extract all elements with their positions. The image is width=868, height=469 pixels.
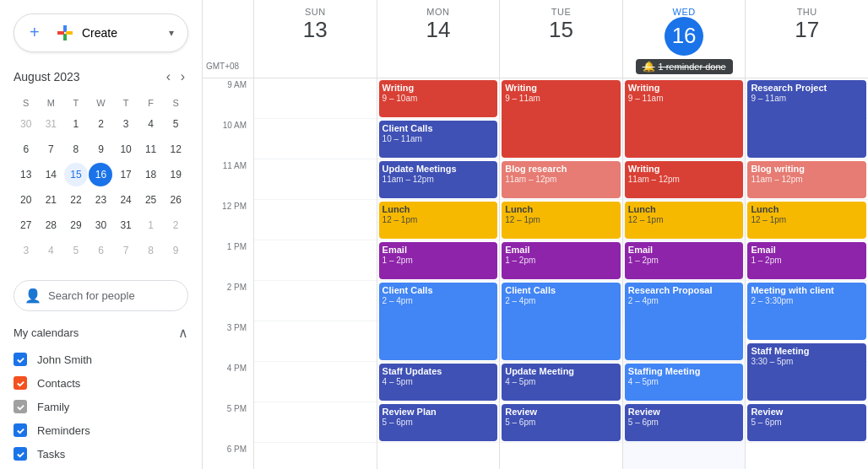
svg-rect-2 (63, 34, 67, 40)
event-tue-review[interactable]: Review 5 – 6pm (502, 404, 621, 441)
mini-cal-day[interactable]: 11 (139, 137, 163, 161)
mini-cal-day[interactable]: 6 (14, 137, 38, 161)
dow-wed: W (89, 94, 114, 111)
mini-cal-day[interactable]: 5 (164, 112, 187, 136)
mini-cal-day[interactable]: 19 (164, 163, 187, 186)
day-header-wed: WED 16 🔔 1 reminder done (622, 0, 746, 78)
event-tue-writing[interactable]: Writing 9 – 11am (502, 80, 621, 158)
reminder-badge-text: 1 reminder done (659, 62, 726, 72)
event-tue-client-calls[interactable]: Client Calls 2 – 4pm (502, 283, 621, 360)
prev-month-button[interactable]: ‹ (163, 66, 174, 88)
calendar-family[interactable]: Family (14, 395, 188, 418)
mini-cal-today[interactable]: 16 (89, 163, 112, 186)
event-thu-blog-writing[interactable]: Blog writing 11am – 12pm (747, 161, 866, 198)
event-wed-email[interactable]: Email 1 – 2pm (625, 242, 744, 279)
mini-cal-day[interactable]: 1 (139, 213, 163, 237)
mini-cal-day[interactable]: 30 (14, 112, 38, 136)
day-num-tue: 15 (500, 17, 622, 43)
day-header-mon: MON 14 (377, 0, 500, 78)
mini-cal-day[interactable]: 8 (139, 239, 163, 262)
mini-cal-day[interactable]: 26 (164, 188, 187, 212)
mini-cal-day[interactable]: 18 (139, 163, 163, 186)
event-tue-email[interactable]: Email 1 – 2pm (502, 242, 621, 279)
mini-cal-day[interactable]: 6 (89, 239, 112, 262)
mini-cal-day[interactable]: 4 (139, 112, 163, 136)
event-wed-review[interactable]: Review 5 – 6pm (625, 404, 744, 441)
event-thu-review[interactable]: Review 5 – 6pm (747, 404, 866, 441)
mini-cal-day[interactable]: 5 (64, 239, 88, 262)
mini-cal-day[interactable]: 7 (39, 137, 62, 161)
event-mon-staff-updates[interactable]: Staff Updates 4 – 5pm (379, 364, 498, 401)
mini-cal-day[interactable]: 23 (89, 188, 112, 212)
calendar-reminders[interactable]: Reminders (14, 418, 188, 442)
mini-cal-day[interactable]: 17 (114, 163, 138, 186)
mini-cal-day[interactable]: 4 (39, 239, 62, 262)
create-button[interactable]: + Create ▾ (14, 13, 188, 52)
mini-cal-day[interactable]: 22 (64, 188, 88, 212)
reminder-badge[interactable]: 🔔 1 reminder done (636, 59, 733, 74)
event-mon-client-calls2[interactable]: Client Calls 2 – 4pm (379, 283, 498, 360)
event-mon-review-plan[interactable]: Review Plan 5 – 6pm (379, 404, 498, 441)
mini-cal-day[interactable]: 7 (114, 239, 138, 262)
time-4pm: 4 PM (203, 362, 253, 402)
mini-cal-day[interactable]: 24 (114, 188, 138, 212)
dow-mon: M (39, 94, 64, 111)
calendar-grid-container[interactable]: 9 AM 10 AM 11 AM 12 PM 1 PM 2 PM 3 PM 4 … (203, 78, 868, 469)
mini-cal-day[interactable]: 9 (164, 239, 187, 262)
mini-cal-day[interactable]: 15 (64, 163, 88, 186)
mini-cal-day[interactable]: 30 (89, 213, 112, 237)
event-thu-email[interactable]: Email 1 – 2pm (747, 242, 866, 279)
day-col-sun (253, 78, 377, 469)
calendar-tasks[interactable]: Tasks (14, 442, 188, 466)
event-mon-writing[interactable]: Writing 9 – 10am (379, 80, 498, 117)
mini-cal-day[interactable]: 29 (64, 213, 88, 237)
mini-cal-day[interactable]: 1 (64, 112, 88, 136)
calendar-john-smith[interactable]: John Smith (14, 348, 188, 371)
event-thu-meeting-client[interactable]: Meeting with client 2 – 3:30pm (747, 283, 866, 340)
event-thu-staff-meeting[interactable]: Staff Meeting 3:30 – 5pm (747, 343, 866, 401)
day-num-mon: 14 (377, 17, 500, 43)
mini-cal-day[interactable]: 20 (14, 188, 38, 212)
event-thu-lunch[interactable]: Lunch 12 – 1pm (747, 202, 866, 239)
mini-cal-day[interactable]: 27 (14, 213, 38, 237)
mini-cal-day[interactable]: 25 (139, 188, 163, 212)
event-wed-staffing-meeting[interactable]: Staffing Meeting 4 – 5pm (625, 364, 744, 401)
event-wed-lunch[interactable]: Lunch 12 – 1pm (625, 202, 744, 239)
mini-cal-day[interactable]: 2 (89, 112, 112, 136)
mini-cal-day[interactable]: 3 (14, 239, 38, 262)
calendar-contacts[interactable]: Contacts (14, 371, 188, 395)
mini-cal-day[interactable]: 10 (114, 137, 138, 161)
mini-cal-day[interactable]: 12 (164, 137, 187, 161)
contacts-label: Contacts (37, 377, 80, 390)
event-tue-blog-research[interactable]: Blog research 11am – 12pm (502, 161, 621, 198)
mini-cal-day[interactable]: 31 (114, 213, 138, 237)
day-name-thu: THU (746, 7, 868, 17)
mini-cal-day[interactable]: 31 (39, 112, 62, 136)
mini-cal-day[interactable]: 3 (114, 112, 138, 136)
day-num-thu: 17 (746, 17, 868, 43)
day-num-wed: 16 (665, 17, 703, 56)
event-mon-update-meetings[interactable]: Update Meetings 11am – 12pm (379, 161, 498, 198)
mini-cal-day[interactable]: 13 (14, 163, 38, 186)
mini-cal-day[interactable]: 28 (39, 213, 62, 237)
mini-cal-day[interactable]: 8 (64, 137, 88, 161)
gmt-label: GMT+08 (203, 0, 253, 78)
event-wed-writing1[interactable]: Writing 9 – 11am (625, 80, 744, 158)
next-month-button[interactable]: › (177, 66, 188, 88)
mini-cal-day[interactable]: 14 (39, 163, 62, 186)
event-tue-lunch[interactable]: Lunch 12 – 1pm (502, 202, 621, 239)
mini-cal-day[interactable]: 21 (39, 188, 62, 212)
event-mon-email[interactable]: Email 1 – 2pm (379, 242, 498, 279)
mini-calendar: August 2023 ‹ › S M T W T F S 30 31 1 2 (0, 66, 202, 277)
mini-cal-day[interactable]: 2 (164, 213, 187, 237)
event-tue-update-meeting[interactable]: Update Meeting 4 – 5pm (502, 364, 621, 401)
event-thu-research-project[interactable]: Research Project 9 – 11am (747, 80, 866, 158)
event-mon-client-calls[interactable]: Client Calls 10 – 11am (379, 121, 498, 158)
event-wed-writing2[interactable]: Writing 11am – 12pm (625, 161, 744, 198)
search-people-button[interactable]: 👤 Search for people (14, 280, 188, 311)
my-calendars-toggle[interactable]: ∧ (178, 325, 188, 341)
event-wed-research-proposal[interactable]: Research Proposal 2 – 4pm (625, 283, 744, 360)
mini-cal-day[interactable]: 9 (89, 137, 112, 161)
event-mon-lunch[interactable]: Lunch 12 – 1pm (379, 202, 498, 239)
day-num-sun: 13 (254, 17, 377, 43)
